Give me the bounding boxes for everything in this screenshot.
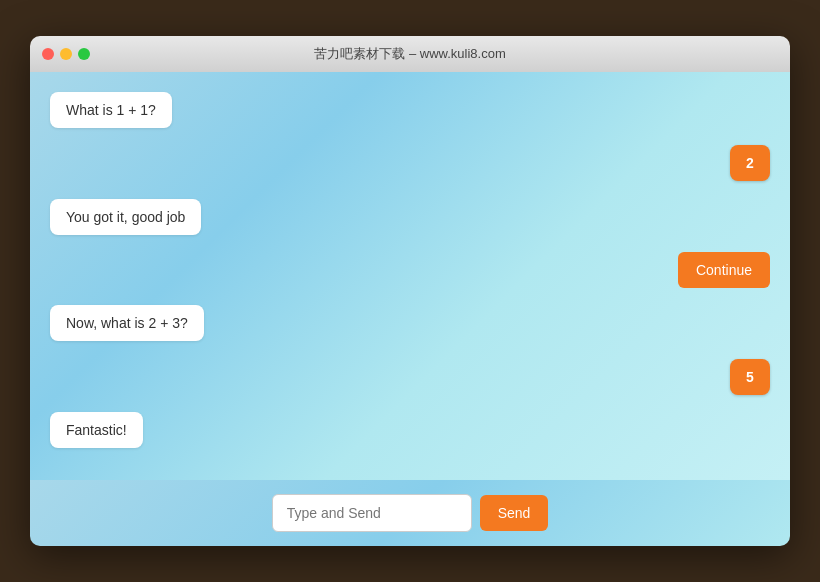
chat-area: What is 1 + 1? 2 You got it, good job Co… — [30, 72, 790, 480]
message-row: Fantastic! — [50, 412, 770, 448]
input-bar: Send — [30, 480, 790, 546]
traffic-lights — [42, 48, 90, 60]
minimize-button[interactable] — [60, 48, 72, 60]
chat-bubble: Now, what is 2 + 3? — [50, 305, 204, 341]
titlebar: 苦力吧素材下载 – www.kuli8.com — [30, 36, 790, 72]
answer-bubble: 2 — [730, 145, 770, 181]
continue-row: Continue — [50, 252, 770, 288]
close-button[interactable] — [42, 48, 54, 60]
message-row: You got it, good job — [50, 199, 770, 235]
window-title: 苦力吧素材下载 – www.kuli8.com — [314, 45, 505, 63]
chat-input[interactable] — [272, 494, 472, 532]
maximize-button[interactable] — [78, 48, 90, 60]
app-window: 苦力吧素材下载 – www.kuli8.com What is 1 + 1? 2… — [30, 36, 790, 546]
chat-bubble: What is 1 + 1? — [50, 92, 172, 128]
message-row: What is 1 + 1? — [50, 92, 770, 128]
answer-row: 2 — [50, 145, 770, 181]
continue-button[interactable]: Continue — [678, 252, 770, 288]
chat-bubble: You got it, good job — [50, 199, 201, 235]
message-row: Now, what is 2 + 3? — [50, 305, 770, 341]
answer-row: 5 — [50, 359, 770, 395]
send-button[interactable]: Send — [480, 495, 549, 531]
answer-bubble: 5 — [730, 359, 770, 395]
chat-bubble: Fantastic! — [50, 412, 143, 448]
